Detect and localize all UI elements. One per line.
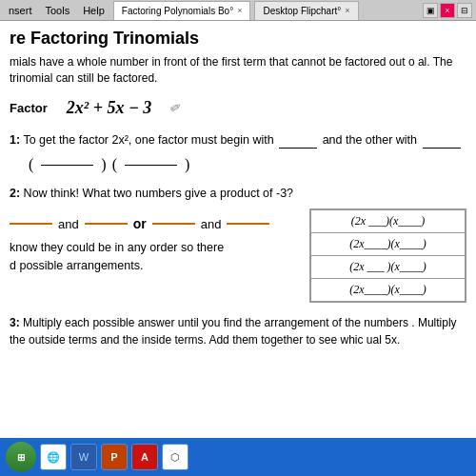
step2-layout: and or and know they could be in any ord… bbox=[10, 208, 466, 303]
step1-blank1[interactable] bbox=[279, 148, 317, 149]
step3-number: 3: bbox=[10, 316, 20, 329]
taskbar-bottom: ⊞ 🌐 W P A ⬡ bbox=[0, 438, 476, 476]
step2-blank3[interactable] bbox=[152, 223, 195, 225]
table-row: (2x ___)(x____) bbox=[311, 210, 466, 233]
table-row: (2x ___ )(x____) bbox=[311, 256, 466, 279]
taskbar-app-word[interactable]: W bbox=[70, 444, 97, 470]
step2-blank1[interactable] bbox=[10, 223, 52, 225]
main-content: re Factoring Trinomials mials have a who… bbox=[0, 21, 476, 435]
step1: 1: To get the factor 2x², one factor mus… bbox=[10, 131, 466, 174]
paren-blank1[interactable] bbox=[41, 165, 93, 166]
table-cell: (2x ___)(x____) bbox=[311, 210, 466, 233]
step1-blank2[interactable] bbox=[423, 148, 461, 149]
intro-text: mials have a whole number in front of th… bbox=[10, 54, 466, 87]
step2: 2: Now think! What two numbers give a pr… bbox=[10, 185, 466, 303]
step3: 3: Multiply each possible answer until y… bbox=[10, 314, 466, 348]
step2-header: 2: Now think! What two numbers give a pr… bbox=[10, 185, 466, 203]
restore-btn[interactable]: ⊟ bbox=[457, 3, 472, 18]
tab-factoring[interactable]: Factoring Polynomials Bo° × bbox=[113, 1, 251, 20]
tab-flipchart[interactable]: Desktop Flipchart° × bbox=[254, 1, 358, 20]
or-label: or bbox=[133, 216, 147, 231]
top-menubar: nsert Tools Help Factoring Polynomials B… bbox=[0, 0, 476, 21]
taskbar-app-explorer[interactable]: 🌐 bbox=[40, 444, 67, 470]
tab-close-factoring[interactable]: × bbox=[237, 6, 242, 15]
step2-number: 2: bbox=[10, 187, 20, 200]
math-expression: 2x² + 5x − 3 bbox=[67, 98, 152, 118]
step3-body: Multiply each possible answer until you … bbox=[10, 316, 457, 347]
step2-left: and or and know they could be in any ord… bbox=[10, 208, 300, 281]
factor-table-container: (2x ___)(x____) (2x____)(x____) (2x ___ … bbox=[309, 208, 466, 303]
step1-paren-expr: ( ) ( ) bbox=[29, 156, 466, 173]
example-box: Factor 2x² + 5x − 3 ✏ bbox=[10, 98, 466, 118]
factor-table: (2x ___)(x____) (2x____)(x____) (2x ___ … bbox=[310, 209, 466, 302]
step2-and1: and bbox=[58, 217, 79, 231]
step2-note: know they could be in any order so there… bbox=[10, 239, 300, 275]
tab-close-flipchart[interactable]: × bbox=[345, 6, 349, 15]
table-cell: (2x____)(x____) bbox=[311, 233, 466, 256]
paren-close2: ) bbox=[185, 156, 189, 173]
table-cell: (2x____)(x____) bbox=[311, 279, 466, 302]
step1-number: 1: bbox=[10, 133, 20, 147]
example-label: Factor bbox=[10, 101, 48, 115]
step1-header: 1: To get the factor 2x², one factor mus… bbox=[10, 131, 466, 149]
table-row: (2x____)(x____) bbox=[311, 233, 466, 256]
page-title: re Factoring Trinomials bbox=[10, 29, 466, 49]
paren-close1: ) bbox=[101, 156, 106, 173]
table-cell: (2x ___ )(x____) bbox=[311, 256, 466, 279]
taskbar-app-pdf[interactable]: A bbox=[131, 444, 158, 470]
menu-insert[interactable]: nsert bbox=[4, 3, 36, 18]
paren-blank2[interactable] bbox=[125, 165, 177, 166]
taskbar-app-chrome[interactable]: ⬡ bbox=[162, 444, 188, 470]
window-controls: ▣ × ⊟ bbox=[423, 3, 472, 18]
paren-open2: ( bbox=[112, 156, 117, 173]
start-button[interactable]: ⊞ bbox=[6, 442, 36, 472]
pencil-icon: ✏ bbox=[168, 98, 185, 117]
taskbar-app-powerpoint[interactable]: P bbox=[101, 444, 128, 470]
menu-help[interactable]: Help bbox=[78, 3, 109, 18]
menu-tools[interactable]: Tools bbox=[40, 3, 74, 18]
step2-blank4[interactable] bbox=[227, 223, 269, 225]
step2-blanks-row: and or and bbox=[10, 216, 300, 231]
step2-and2: and bbox=[201, 217, 222, 231]
paren-open1: ( bbox=[29, 156, 33, 173]
step2-blank2[interactable] bbox=[85, 223, 128, 225]
table-row: (2x____)(x____) bbox=[311, 279, 466, 302]
step3-text: 3: Multiply each possible answer until y… bbox=[10, 314, 466, 348]
step1-and: and the other with bbox=[323, 133, 421, 147]
minimize-btn[interactable]: ▣ bbox=[423, 3, 438, 18]
close-btn[interactable]: × bbox=[440, 3, 455, 18]
step2-text: Now think! What two numbers give a produ… bbox=[24, 187, 293, 200]
step1-text: To get the factor 2x², one factor must b… bbox=[23, 133, 277, 147]
